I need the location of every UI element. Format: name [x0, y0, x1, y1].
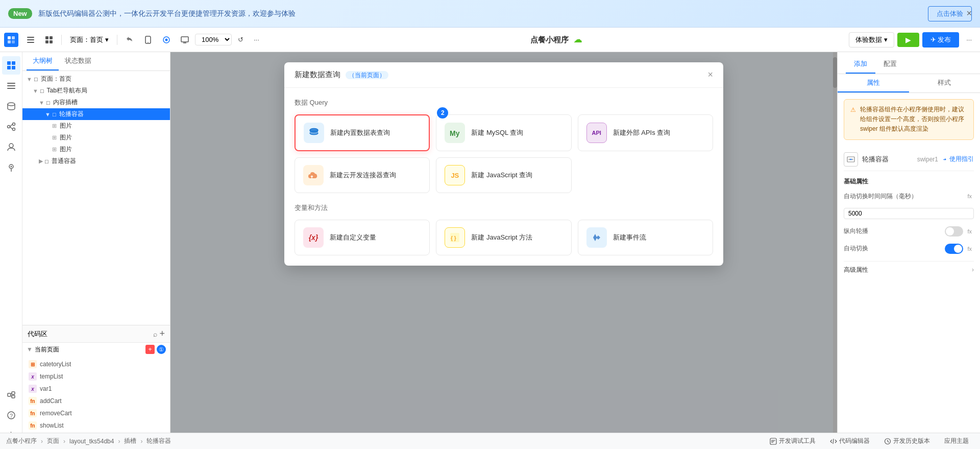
event-icon — [586, 227, 607, 248]
new-query-modal: 新建数据查询 （当前页面） × 数据 Query — [284, 62, 723, 266]
search-icon-sm[interactable]: ⊕ — [80, 76, 85, 83]
location-button[interactable] — [2, 158, 20, 177]
desktop-view-button[interactable] — [177, 34, 193, 46]
tree-icon-img: ⊞ — [52, 123, 57, 129]
run-button[interactable]: ▶ — [897, 33, 919, 47]
tab-config[interactable]: 配置 — [875, 56, 905, 74]
query-card-api[interactable]: API 新建外部 APIs 查询 — [578, 114, 713, 151]
step-badge-1: ① — [157, 345, 166, 354]
code-item-removecart[interactable]: fn removeCart — [22, 407, 170, 419]
try-button[interactable]: 点击体验 — [928, 6, 972, 21]
card-label-js: 新建 JavaScript 查询 — [471, 171, 532, 180]
advanced-section[interactable]: 高级属性 › — [844, 261, 974, 278]
preview-button[interactable] — [158, 34, 175, 46]
breadcrumb-app[interactable]: 点餐小程序 — [6, 437, 37, 445]
tree-item-slot[interactable]: ▼ □ 内容插槽 — [22, 97, 170, 108]
method-card-event[interactable]: 新建事件流 — [578, 220, 713, 255]
fx-button-autoswitch[interactable]: fx — [965, 245, 974, 253]
page-selector[interactable]: 页面：首页 ▾ — [66, 33, 113, 46]
tree-item-img3[interactable]: ⊞ 图片 — [22, 144, 170, 155]
code-area-title: 代码区 — [28, 329, 47, 339]
breadcrumb-layout[interactable]: layout_tks54db4 — [69, 438, 114, 445]
breadcrumb-carousel[interactable]: 轮播容器 — [146, 437, 171, 445]
app-title: 点餐小程序 ☁ — [265, 35, 847, 45]
more-menu-button[interactable]: ··· — [962, 34, 976, 45]
data-source-button[interactable] — [2, 97, 20, 115]
tree-item-page[interactable]: ▼ □ 页面：首页 ⚙ ⊕ — [22, 73, 170, 85]
help-button[interactable]: ? — [2, 406, 20, 424]
interval-input[interactable] — [844, 208, 974, 219]
tree-label: Tab栏导航布局 — [47, 86, 87, 95]
zoom-selector[interactable]: 100% 75% 50% 150% — [195, 34, 232, 45]
subtab-props[interactable]: 属性 — [838, 74, 909, 92]
outline-tree: ▼ □ 页面：首页 ⚙ ⊕ ▼ □ Tab栏导航布局 ▼ □ 内容插槽 ▼ □ — [22, 71, 170, 325]
fx-button-interval[interactable]: fx — [965, 192, 974, 200]
apply-theme-button[interactable]: 应用主题 — [939, 436, 974, 446]
tree-item-container[interactable]: ▶ □ 普通容器 — [22, 155, 170, 167]
subtab-style[interactable]: 样式 — [909, 74, 981, 92]
svg-point-25 — [12, 123, 15, 126]
svg-rect-17 — [12, 61, 15, 65]
user-button[interactable] — [2, 138, 20, 156]
tree-item-tab-nav[interactable]: ▼ □ Tab栏导航布局 — [22, 85, 170, 97]
integration-button[interactable] — [2, 386, 20, 404]
var-icon: {x} — [303, 227, 324, 248]
logic-flow-button[interactable] — [2, 117, 20, 136]
warning-box: ⚠ 轮播容器组件在小程序侧使用时，建议给组件设置一个高度，否则按照小程序 swi… — [844, 99, 974, 140]
db-icon — [304, 123, 324, 143]
auto-switch-toggle[interactable] — [945, 244, 963, 254]
code-items-list: ⊞ catetoryList x tempList x var1 fn addC… — [22, 356, 170, 434]
page-label: 页面：首页 — [70, 35, 103, 44]
modal-close-button[interactable]: × — [707, 69, 713, 80]
tree-item-img2[interactable]: ⊞ 图片 — [22, 132, 170, 144]
query-card-mysql[interactable]: My 新建 MySQL 查询 — [436, 114, 571, 151]
debug-tools-button[interactable]: 开发调试工具 — [765, 436, 821, 446]
publish-button[interactable]: ✈ 发布 — [922, 32, 960, 48]
code-item-categorylist[interactable]: ⊞ catetoryList — [22, 358, 170, 370]
component-library-button[interactable] — [2, 56, 20, 75]
method-card-jsm[interactable]: { } 新建 JavaScript 方法 — [436, 220, 571, 255]
tree-item-carousel[interactable]: ▼ □ 轮播容器 — [22, 108, 170, 120]
vertical-carousel-toggle[interactable] — [945, 226, 963, 237]
code-item-var1[interactable]: x var1 — [22, 383, 170, 395]
add-page-code-button[interactable]: + — [145, 345, 155, 354]
breadcrumb-slot[interactable]: 插槽 — [124, 437, 136, 445]
grid-view-button[interactable] — [41, 34, 57, 46]
code-editor-button[interactable]: 代码编辑器 — [825, 436, 875, 446]
svg-rect-30 — [8, 393, 11, 396]
preview-data-button[interactable]: 体验数据 ▾ — [849, 32, 894, 48]
code-item-showlist[interactable]: fn showList — [22, 419, 170, 432]
history-button[interactable]: 开发历史版本 — [879, 436, 935, 446]
current-page-section[interactable]: ▼ 当前页面 — [27, 345, 59, 354]
device-mobile-button[interactable] — [140, 34, 156, 46]
query-card-cloud[interactable]: 新建云开发连接器查询 — [295, 157, 430, 193]
code-search-button[interactable]: ⌕ — [153, 328, 157, 339]
outline-view-button[interactable] — [22, 34, 39, 46]
code-item-templist[interactable]: x tempList — [22, 370, 170, 383]
query-card-builtin[interactable]: 新建内置数据表查询 — [295, 114, 430, 151]
tab-add[interactable]: 添加 — [846, 56, 875, 74]
refresh-button[interactable]: ↺ — [234, 34, 248, 45]
method-section-title: 变量和方法 — [295, 203, 713, 212]
close-announcement-button[interactable]: × — [966, 8, 972, 19]
code-add-button[interactable]: + — [159, 328, 165, 339]
fx-button-vertical[interactable]: fx — [965, 227, 974, 235]
undo-button[interactable] — [121, 34, 138, 46]
svg-rect-2 — [8, 40, 11, 43]
method-card-var[interactable]: {x} 新建自定义变量 — [295, 220, 430, 255]
warning-text: 轮播容器组件在小程序侧使用时，建议给组件设置一个高度，否则按照小程序 swipe… — [860, 105, 967, 134]
query-card-javascript[interactable]: JS 新建 JavaScript 查询 — [436, 157, 571, 193]
code-item-addcart[interactable]: fn addCart — [22, 395, 170, 407]
breadcrumb-page[interactable]: 页面 — [47, 437, 59, 445]
card-label-api: 新建外部 APIs 查询 — [613, 128, 671, 137]
outline-tab[interactable]: 大纲树 — [27, 52, 59, 70]
component-link[interactable]: 使用指引 — [942, 155, 974, 163]
more-options-button[interactable]: ··· — [250, 34, 263, 45]
outline-tree-button[interactable] — [2, 77, 20, 95]
svg-rect-1 — [12, 36, 15, 39]
svg-rect-15 — [181, 37, 188, 42]
chevron-down-icon-code: ▼ — [27, 346, 33, 353]
settings-icon-sm[interactable]: ⚙ — [72, 76, 78, 83]
tree-item-img1[interactable]: ⊞ 图片 — [22, 120, 170, 132]
state-data-tab[interactable]: 状态数据 — [59, 52, 97, 70]
